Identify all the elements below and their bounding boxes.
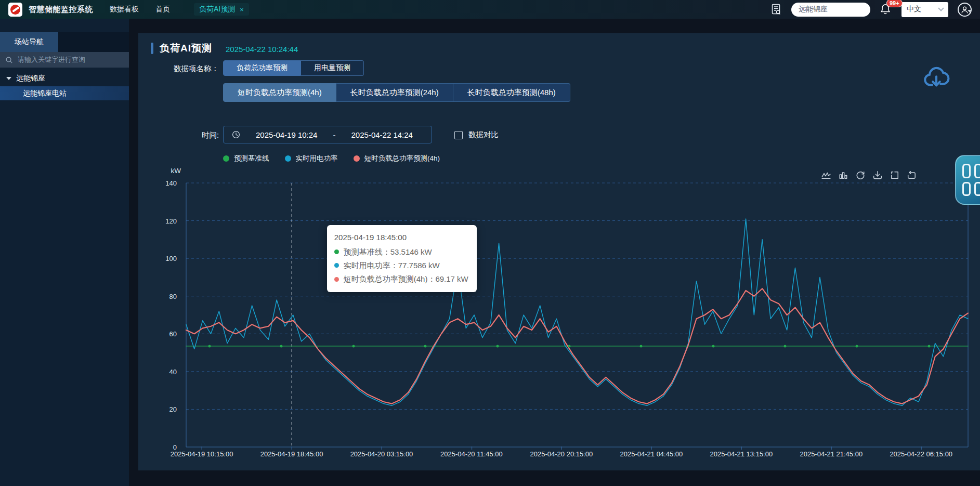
tooltip-value: 77.7586 kW: [398, 259, 440, 272]
series-line-1: [186, 219, 968, 405]
y-tick-label: 120: [165, 217, 177, 225]
x-tick-label: 2025-04-21 04:45:00: [620, 450, 683, 458]
baseline-marker: [208, 345, 211, 347]
language-select[interactable]: 中文: [901, 2, 948, 17]
tab-close-icon[interactable]: ×: [240, 6, 244, 13]
y-tick-label: 20: [169, 405, 177, 413]
forecast-type-group: 负荷总功率预测 用电量预测: [223, 60, 364, 76]
grid-icon: [962, 164, 971, 178]
legend-item[interactable]: 短时负载总功率预测(4h): [354, 154, 440, 163]
y-tick-label: 140: [165, 179, 177, 187]
chart-tooltip: 2025-04-19 18:45:00 预测基准线： 53.5146 kW 实时…: [327, 225, 477, 292]
baseline-marker: [280, 345, 283, 347]
user-menu-caret-icon[interactable]: [968, 10, 972, 12]
cloud-download-icon: [921, 62, 951, 93]
download-cloud-button[interactable]: [921, 62, 951, 93]
tree-node-station-group[interactable]: 远能锦座: [6, 74, 45, 83]
report-icon[interactable]: [770, 3, 782, 16]
y-axis-unit-label: kW: [154, 167, 181, 175]
baseline-marker: [352, 345, 355, 347]
sidebar-tab-station-nav[interactable]: 场站导航: [0, 32, 58, 52]
app-logo: [8, 3, 22, 17]
time-start-value[interactable]: 2025-04-19 10:24: [245, 130, 328, 139]
time-label: 时间:: [188, 130, 219, 140]
grid-icon: [974, 164, 980, 178]
tooltip-baseline-marker-icon: [334, 249, 339, 254]
notification-badge: 99+: [886, 0, 903, 7]
time-end-value[interactable]: 2025-04-22 14:24: [341, 130, 424, 139]
chevron-down-icon: [938, 5, 944, 11]
time-range-picker[interactable]: 2025-04-19 10:24 - 2025-04-22 14:24: [223, 126, 432, 143]
y-tick-label: 60: [169, 330, 177, 338]
type-button-energy[interactable]: 用电量预测: [301, 60, 364, 76]
page-title: 负荷AI预测: [160, 42, 212, 55]
y-tick-label: 80: [169, 292, 177, 300]
tooltip-row: 实时用电功率： 77.7586 kW: [334, 259, 468, 272]
magic-type-bar-icon[interactable]: [839, 170, 848, 180]
notification-bell[interactable]: 99+: [880, 3, 892, 16]
data-item-label: 数据项名称：: [173, 64, 219, 74]
tab-long-term-24h[interactable]: 长时负载总功率预测(24h): [336, 83, 453, 102]
page-title-row: 负荷AI预测 2025-04-22 10:24:44: [151, 42, 298, 55]
grid-icon: [974, 182, 980, 196]
language-value: 中文: [907, 5, 921, 14]
tab-label: 负荷AI预测: [199, 5, 235, 14]
legend-label: 短时负载总功率预测(4h): [364, 154, 440, 163]
logo-icon: [10, 5, 20, 15]
y-tick-label: 100: [165, 255, 177, 262]
tab-short-term-4h[interactable]: 短时负载总功率预测(4h): [223, 83, 336, 102]
x-tick-label: 2025-04-22 06:15:00: [890, 450, 952, 458]
baseline-marker: [496, 345, 499, 347]
x-tick-label: 2025-04-20 03:15:00: [350, 450, 413, 458]
app-title: 智慧储能监控系统: [29, 5, 93, 15]
tooltip-row: 预测基准线： 53.5146 kW: [334, 245, 468, 259]
type-button-load-power[interactable]: 负荷总功率预测: [223, 60, 301, 76]
nav-item-home[interactable]: 首页: [155, 5, 170, 14]
tooltip-value: 53.5146 kW: [390, 245, 432, 259]
sidebar-tabstrip: 场站导航: [0, 32, 129, 52]
tree-node-station-selected[interactable]: 远能锦座电站: [0, 86, 129, 100]
x-axis-labels: 2025-04-19 10:15:002025-04-19 18:45:0020…: [186, 450, 968, 461]
header-right-cluster: 远能锦座 99+ 中文: [770, 2, 972, 17]
tree-expand-caret-icon[interactable]: [6, 77, 11, 80]
legend-marker-icon: [354, 155, 360, 162]
y-tick-label: 40: [169, 367, 177, 375]
chart-canvas: [186, 183, 968, 447]
x-tick-label: 2025-04-21 13:15:00: [710, 450, 773, 458]
x-tick-label: 2025-04-19 18:45:00: [260, 450, 323, 458]
legend-item[interactable]: 实时用电功率: [285, 154, 338, 163]
tooltip-value: 69.17 kW: [435, 272, 468, 286]
station-select-input[interactable]: 远能锦座: [791, 3, 870, 17]
title-accent-bar: [151, 43, 153, 54]
grid-icon: [962, 182, 971, 196]
tab-long-term-48h[interactable]: 长时负载总功率预测(48h): [453, 83, 570, 102]
legend-marker-icon: [285, 155, 291, 162]
data-zoom-icon[interactable]: [890, 170, 899, 180]
sidebar: 场站导航 请输入关键字进行查询 远能锦座 远能锦座电站: [0, 19, 129, 486]
data-compare-control: 数据对比: [454, 130, 499, 140]
sidebar-search-input[interactable]: 请输入关键字进行查询: [0, 52, 129, 68]
tooltip-label: 短时负载总功率预测(4h)：: [344, 272, 436, 286]
user-menu[interactable]: [958, 3, 972, 17]
quick-apps-button[interactable]: [955, 155, 980, 205]
data-compare-label: 数据对比: [468, 130, 499, 140]
zoom-reset-icon[interactable]: [907, 170, 917, 180]
baseline-marker: [927, 345, 930, 347]
magic-type-line-icon[interactable]: [821, 170, 831, 180]
x-tick-label: 2025-04-21 21:45:00: [800, 450, 863, 458]
top-header: 智慧储能监控系统 数据看板 首页 负荷AI预测 × 远能锦座: [0, 0, 980, 19]
chart-plot-area[interactable]: 2025-04-19 18:45:00 预测基准线： 53.5146 kW 实时…: [186, 183, 968, 447]
baseline-marker: [856, 345, 858, 347]
search-icon: [5, 56, 13, 64]
legend-marker-icon: [223, 155, 229, 162]
chart-legend: 预测基准线实时用电功率短时负载总功率预测(4h): [223, 154, 440, 163]
save-image-icon[interactable]: [873, 170, 882, 180]
restore-icon[interactable]: [856, 170, 865, 180]
main-panel: 负荷AI预测 2025-04-22 10:24:44 数据项名称： 负荷总功率预…: [138, 33, 980, 470]
baseline-marker: [424, 345, 427, 347]
nav-item-dashboard[interactable]: 数据看板: [110, 5, 139, 14]
tab-load-ai-forecast[interactable]: 负荷AI预测 ×: [194, 3, 249, 16]
data-compare-checkbox[interactable]: [454, 131, 463, 139]
page-timestamp: 2025-04-22 10:24:44: [226, 45, 298, 54]
legend-item[interactable]: 预测基准线: [223, 154, 269, 163]
